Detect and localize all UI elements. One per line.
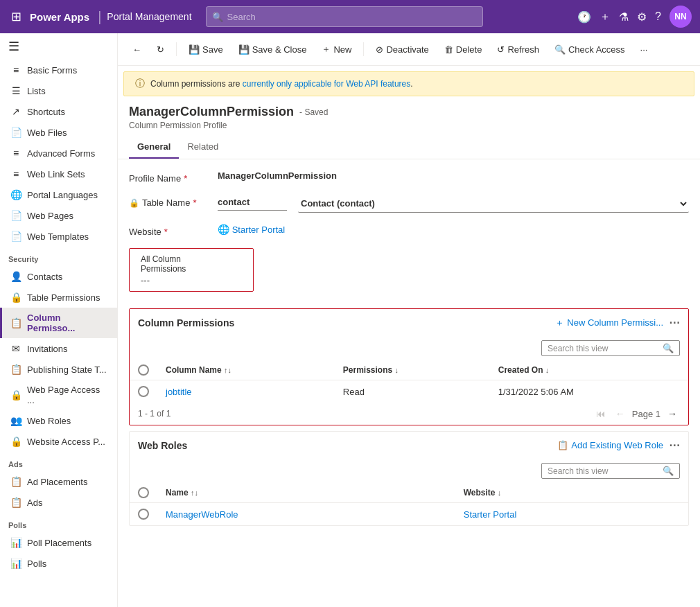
sidebar-item-polls[interactable]: 📊 Polls xyxy=(0,553,117,574)
sidebar-item-lists[interactable]: ☰ Lists xyxy=(0,80,117,101)
col-perm-search-input[interactable] xyxy=(548,344,658,353)
sidebar-toggle[interactable]: ☰ xyxy=(0,33,117,60)
more-button[interactable]: ··· xyxy=(634,40,654,59)
grid-header-actions: ＋ New Column Permissi... ⋯ xyxy=(555,316,680,329)
col-perm-search-icon: 🔍 xyxy=(663,343,674,353)
sidebar-item-web-pages[interactable]: 📄 Web Pages xyxy=(0,205,117,226)
refresh-button[interactable]: ↺ Refresh xyxy=(491,40,545,59)
starter-portal-link[interactable]: Starter Portal xyxy=(464,509,517,520)
alert-link[interactable]: currently only applicable for Web API fe… xyxy=(243,79,411,89)
col-perm-search[interactable]: 🔍 xyxy=(541,340,680,356)
web-roles-search-input[interactable] xyxy=(548,466,658,476)
web-roles-header: Web Roles 📋 Add Existing Web Role ⋯ xyxy=(130,432,688,459)
new-column-permission-button[interactable]: ＋ New Column Permissi... xyxy=(555,317,663,329)
tab-related[interactable]: Related xyxy=(179,136,227,159)
advanced-forms-icon: ≡ xyxy=(10,148,21,159)
wr-name-header[interactable]: Name ↑↓ xyxy=(157,483,455,503)
profile-name-field: Profile Name * ManagerColumnPermission xyxy=(129,170,689,184)
sidebar-item-shortcuts[interactable]: ↗ Shortcuts xyxy=(0,101,117,122)
table-dropdown[interactable]: Contact (contact) xyxy=(298,195,689,213)
sidebar-item-table-permissions[interactable]: 🔒 Table Permissions xyxy=(0,287,117,308)
contacts-icon: 👤 xyxy=(10,271,21,282)
col-name-header[interactable]: Column Name ↑↓ xyxy=(157,360,335,380)
publishing-state-icon: 📋 xyxy=(10,364,21,375)
web-roles-title: Web Roles xyxy=(138,440,187,451)
table-row: jobtitle Read 1/31/2022 5:06 AM xyxy=(130,380,688,403)
saved-badge: - Saved xyxy=(299,107,328,117)
profile-name-text: ManagerColumnPermission xyxy=(218,170,337,181)
sidebar-item-ads[interactable]: 📋 Ads xyxy=(0,492,117,513)
new-button[interactable]: ＋ New xyxy=(315,39,358,60)
web-roles-table: Name ↑↓ Website ↓ xyxy=(130,483,688,525)
header-radio[interactable] xyxy=(138,364,149,376)
website-link[interactable]: Starter Portal xyxy=(232,225,286,235)
check-access-button[interactable]: 🔍 Check Access xyxy=(548,40,631,59)
web-roles-kebab[interactable]: ⋯ xyxy=(669,439,680,452)
pagination-info: 1 - 1 of 1 xyxy=(138,409,170,419)
form-subtitle: Column Permission Profile xyxy=(129,121,689,130)
sidebar-item-publishing-state[interactable]: 📋 Publishing State T... xyxy=(0,359,117,380)
clock-icon[interactable]: 🕐 xyxy=(577,10,591,24)
sidebar-item-web-link-sets[interactable]: ≡ Web Link Sets xyxy=(0,164,117,184)
filter-icon[interactable]: ⚗ xyxy=(619,10,629,24)
sidebar-item-invitations[interactable]: ✉ Invitations xyxy=(0,338,117,359)
sidebar-item-label: Portal Languages xyxy=(27,190,98,200)
wr-row-radio[interactable] xyxy=(138,509,149,520)
wr-website-header[interactable]: Website ↓ xyxy=(455,483,688,503)
save-close-button[interactable]: 💾 Save & Close xyxy=(232,40,313,59)
profile-name-value: ManagerColumnPermission xyxy=(218,170,689,181)
row-created-on: 1/31/2022 5:06 AM xyxy=(490,380,688,403)
manager-web-role-link[interactable]: ManagerWebRole xyxy=(166,509,238,520)
web-roles-search[interactable]: 🔍 xyxy=(541,463,680,479)
globe-icon: 🌐 xyxy=(218,224,229,235)
tab-general[interactable]: General xyxy=(129,136,179,159)
sidebar-item-advanced-forms[interactable]: ≡ Advanced Forms xyxy=(0,143,117,164)
web-roles-section: Web Roles 📋 Add Existing Web Role ⋯ 🔍 xyxy=(129,431,689,526)
next-page-btn[interactable]: → xyxy=(665,407,680,421)
save-button[interactable]: 💾 Save xyxy=(182,40,229,59)
delete-button[interactable]: 🗑 Delete xyxy=(438,40,489,59)
wr-header-radio[interactable] xyxy=(138,487,149,498)
sidebar-item-poll-placements[interactable]: 📊 Poll Placements xyxy=(0,532,117,553)
sidebar-item-website-access[interactable]: 🔒 Website Access P... xyxy=(0,431,117,452)
page-label: Page 1 xyxy=(632,409,660,419)
help-icon[interactable]: ? xyxy=(655,10,661,23)
sidebar-item-web-files[interactable]: 📄 Web Files xyxy=(0,122,117,143)
grid-icon[interactable]: ⊞ xyxy=(8,6,24,27)
back-button[interactable]: ← xyxy=(126,40,148,59)
add-existing-web-role-button[interactable]: 📋 Add Existing Web Role xyxy=(557,440,663,450)
row-radio[interactable] xyxy=(138,386,149,397)
sidebar: ☰ ≡ Basic Forms ☰ Lists ↗ Shortcuts 📄 We… xyxy=(0,33,118,607)
sidebar-item-web-page-access[interactable]: 🔒 Web Page Access ... xyxy=(0,380,117,410)
website-value: 🌐 Starter Portal xyxy=(218,224,689,235)
sidebar-item-ad-placements[interactable]: 📋 Ad Placements xyxy=(0,471,117,492)
plus-icon[interactable]: ＋ xyxy=(600,10,611,24)
first-page-btn[interactable]: ⏮ xyxy=(593,407,609,421)
settings-icon[interactable]: ⚙ xyxy=(637,10,647,24)
search-box[interactable]: 🔍 xyxy=(206,6,483,27)
new-icon: ＋ xyxy=(322,43,331,55)
sidebar-item-web-templates[interactable]: 📄 Web Templates xyxy=(0,226,117,247)
sidebar-item-contacts[interactable]: 👤 Contacts xyxy=(0,266,117,287)
ads-icon: 📋 xyxy=(10,497,21,508)
website-field: Website * 🌐 Starter Portal xyxy=(129,224,689,237)
avatar[interactable]: NN xyxy=(670,6,692,28)
permissions-header[interactable]: Permissions ↓ xyxy=(335,360,490,380)
sidebar-item-basic-forms[interactable]: ≡ Basic Forms xyxy=(0,60,117,80)
grid-kebab-button[interactable]: ⋯ xyxy=(669,316,680,329)
sidebar-item-label: Web Page Access ... xyxy=(27,385,109,405)
tabs: General Related xyxy=(118,130,700,159)
all-column-permissions-box: All ColumnPermissions --- xyxy=(129,248,254,292)
search-input[interactable] xyxy=(227,12,477,22)
forward-button[interactable]: ↻ xyxy=(150,40,170,59)
sidebar-item-portal-languages[interactable]: 🌐 Portal Languages xyxy=(0,184,117,205)
created-on-header[interactable]: Created On ↓ xyxy=(490,360,688,380)
sidebar-item-label: Ad Placements xyxy=(27,477,87,487)
deactivate-button[interactable]: ⊘ Deactivate xyxy=(369,40,435,59)
jobtitle-link[interactable]: jobtitle xyxy=(166,387,192,397)
sidebar-item-column-permissions[interactable]: 📋 Column Permisso... xyxy=(0,308,117,338)
col-perm-header-row: Column Name ↑↓ Permissions ↓ Created On … xyxy=(130,360,688,380)
sidebar-item-web-roles[interactable]: 👥 Web Roles xyxy=(0,410,117,431)
save-icon: 💾 xyxy=(189,44,200,55)
prev-page-btn[interactable]: ← xyxy=(613,407,628,421)
